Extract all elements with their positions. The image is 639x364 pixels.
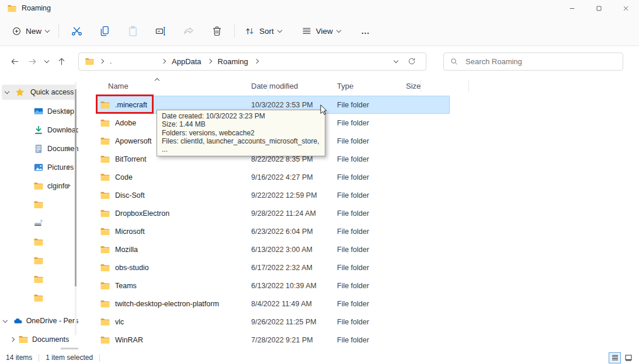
paste-button[interactable] — [119, 20, 147, 41]
folder-icon — [100, 299, 110, 309]
sidebar-item-onedrive[interactable]: OneDrive - Perso — [0, 312, 78, 330]
sidebar-item-documents[interactable]: Documents — [0, 139, 78, 158]
folder-icon — [33, 200, 44, 210]
sidebar-item-desktop[interactable]: Desktop — [0, 102, 78, 121]
column-header-name[interactable]: Name — [97, 82, 249, 90]
back-arrow-icon — [10, 57, 20, 66]
maximize-button[interactable] — [585, 0, 612, 16]
file-row[interactable]: vlc 9/26/2022 11:25 PM File folder — [97, 313, 450, 331]
file-row[interactable]: Disc-Soft 9/22/2022 12:59 PM File folder — [97, 186, 450, 204]
search-input[interactable] — [464, 57, 617, 66]
chevron-right-icon[interactable] — [10, 337, 15, 342]
sort-button[interactable]: Sort — [238, 22, 287, 40]
sidebar-item-folder[interactable] — [0, 270, 78, 289]
column-header-type[interactable]: Type — [333, 82, 402, 90]
downloads-icon — [33, 125, 44, 135]
details-view-icon — [611, 354, 619, 362]
folder-icon — [100, 317, 110, 327]
up-arrow-icon — [57, 57, 67, 66]
file-name: Apowersoft — [115, 137, 152, 145]
sidebar-scrollbar-thumb[interactable] — [75, 89, 77, 286]
folder-info-tooltip: Date created: 10/3/2022 3:23 PM Size: 1.… — [157, 110, 325, 156]
minimize-button[interactable] — [558, 0, 585, 16]
sidebar-item-quick-access[interactable]: Quick access — [2, 85, 77, 100]
file-row[interactable]: Code 9/16/2022 4:27 PM File folder — [97, 168, 450, 186]
new-button[interactable]: New — [6, 23, 55, 40]
copy-button[interactable] — [91, 20, 119, 41]
folder-icon — [33, 237, 44, 247]
file-date: 9/16/2022 4:27 PM — [249, 173, 333, 181]
sidebar-item-onedrive-documents[interactable]: Documents — [0, 330, 78, 349]
sidebar-item-downloads[interactable]: Downloads — [0, 121, 78, 139]
folder-icon — [100, 226, 110, 237]
file-row[interactable]: twitch-desktop-electron-platform 8/4/202… — [97, 295, 450, 313]
sidebar-item-folder[interactable] — [0, 233, 78, 251]
breadcrumb-roaming[interactable]: Roaming — [214, 56, 252, 67]
sort-arrows-icon — [244, 26, 255, 37]
file-name: Mozilla — [115, 246, 138, 254]
file-name: vlc — [115, 318, 124, 326]
file-row[interactable]: DropboxElectron 9/28/2022 11:24 AM File … — [97, 204, 450, 222]
toolbar-separator — [234, 24, 235, 38]
cut-button[interactable] — [62, 20, 91, 41]
file-name: WinRAR — [115, 336, 143, 344]
breadcrumb-user[interactable]: . — [106, 56, 159, 66]
refresh-icon[interactable] — [407, 57, 416, 66]
sidebar-item-clginfo[interactable]: clginfo — [0, 177, 78, 195]
sidebar-item-pictures[interactable]: Pictures — [0, 158, 78, 177]
sidebar-item-folder[interactable] — [0, 289, 78, 307]
address-bar: . AppData Roaming — [0, 46, 639, 76]
folder-icon — [7, 4, 17, 13]
folder-icon — [100, 136, 110, 146]
chevron-down-icon[interactable] — [3, 317, 8, 322]
breadcrumb-chevron-icon — [207, 59, 211, 64]
view-button[interactable]: View — [296, 22, 346, 40]
file-row[interactable]: WinRAR 7/28/2022 9:21 PM File folder — [97, 331, 450, 349]
recent-locations-button[interactable] — [41, 52, 53, 70]
back-button[interactable] — [6, 52, 23, 70]
file-row[interactable]: Teams 6/13/2022 10:39 AM File folder — [97, 276, 450, 295]
address-input[interactable]: . AppData Roaming — [78, 52, 426, 71]
more-options-button[interactable]: ... — [356, 23, 376, 39]
annotation-highlight-box — [96, 94, 154, 114]
sidebar-item-folder[interactable] — [0, 195, 78, 214]
close-icon — [622, 5, 630, 12]
large-icons-view-button[interactable] — [622, 352, 634, 363]
folder-icon — [100, 281, 110, 291]
chevron-down-icon — [277, 27, 282, 32]
file-explorer-window: Roaming New Sort View — [0, 0, 639, 364]
sidebar-item-device[interactable] — [0, 214, 78, 233]
column-header-date-modified[interactable]: Date modified — [249, 82, 333, 90]
folder-icon — [100, 262, 110, 273]
share-button[interactable] — [175, 20, 203, 41]
sidebar-item-folder[interactable] — [0, 251, 78, 270]
search-box — [443, 52, 623, 71]
file-row[interactable]: Mozilla 6/13/2022 3:00 AM File folder — [97, 240, 450, 258]
file-type: File folder — [333, 300, 402, 308]
delete-button[interactable] — [203, 20, 231, 41]
column-separator — [421, 80, 421, 92]
details-view-button[interactable] — [609, 352, 621, 363]
close-button[interactable] — [612, 0, 639, 16]
sidebar-hscrollbar-thumb[interactable] — [61, 348, 78, 349]
column-separator — [352, 80, 352, 92]
pin-icon — [64, 145, 72, 153]
address-dropdown-chevron[interactable] — [394, 58, 398, 62]
file-row[interactable]: obs-studio 6/17/2022 2:32 AM File folder — [97, 258, 450, 276]
titlebar: Roaming — [0, 0, 639, 16]
chevron-down-icon[interactable] — [5, 89, 9, 93]
up-button[interactable] — [53, 52, 70, 70]
file-row[interactable]: Microsoft 6/23/2022 6:04 PM File folder — [97, 222, 450, 240]
breadcrumb-appdata[interactable]: AppData — [168, 56, 205, 67]
file-date: 7/28/2022 9:21 PM — [249, 336, 333, 344]
forward-button[interactable] — [23, 52, 41, 70]
column-separator — [468, 80, 469, 92]
rename-button[interactable] — [147, 20, 175, 41]
pin-icon — [64, 108, 72, 116]
folder-icon — [33, 293, 44, 303]
file-type: File folder — [333, 228, 402, 236]
folder-icon — [100, 190, 110, 201]
chevron-down-icon — [45, 27, 50, 32]
file-date: 6/17/2022 2:32 AM — [249, 264, 333, 272]
column-header-size[interactable]: Size — [402, 82, 450, 90]
